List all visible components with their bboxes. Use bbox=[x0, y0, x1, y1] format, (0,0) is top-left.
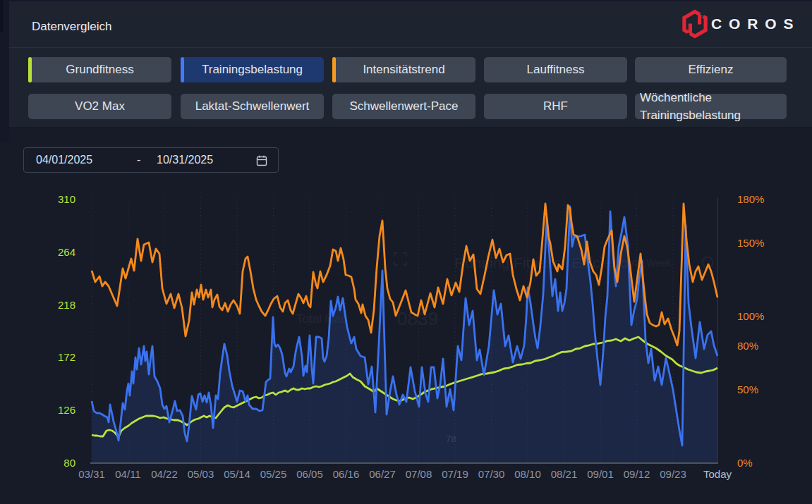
svg-text:126: 126 bbox=[58, 404, 75, 416]
svg-text:07/30: 07/30 bbox=[478, 468, 505, 480]
svg-text:05/03: 05/03 bbox=[188, 468, 214, 480]
svg-text:04/11: 04/11 bbox=[115, 468, 140, 480]
svg-text:0%: 0% bbox=[737, 457, 753, 469]
svg-text:150%: 150% bbox=[737, 237, 764, 249]
svg-text:07/08: 07/08 bbox=[406, 468, 432, 480]
svg-text:05/25: 05/25 bbox=[260, 468, 287, 480]
svg-text:07/19: 07/19 bbox=[442, 468, 468, 480]
svg-text:100%: 100% bbox=[737, 310, 764, 322]
svg-text:08/10: 08/10 bbox=[514, 468, 541, 480]
svg-text:50%: 50% bbox=[737, 383, 758, 395]
svg-text:09/23: 09/23 bbox=[660, 468, 686, 480]
svg-text:172: 172 bbox=[58, 351, 75, 363]
svg-text:03/31: 03/31 bbox=[78, 468, 105, 480]
svg-text:218: 218 bbox=[58, 299, 75, 311]
svg-text:06/16: 06/16 bbox=[333, 468, 360, 480]
svg-text:Today: Today bbox=[703, 468, 732, 480]
svg-text:80%: 80% bbox=[737, 340, 758, 352]
svg-text:264: 264 bbox=[58, 246, 75, 258]
svg-text:180%: 180% bbox=[737, 193, 764, 205]
svg-text:80: 80 bbox=[63, 457, 75, 469]
svg-text:09/01: 09/01 bbox=[587, 468, 614, 480]
svg-text:06/27: 06/27 bbox=[369, 468, 396, 480]
svg-text:310: 310 bbox=[58, 193, 75, 205]
svg-text:06/05: 06/05 bbox=[296, 468, 323, 480]
svg-text:09/12: 09/12 bbox=[624, 468, 650, 480]
svg-text:04/22: 04/22 bbox=[151, 468, 178, 480]
svg-text:05/14: 05/14 bbox=[224, 468, 250, 480]
svg-text:78: 78 bbox=[446, 434, 456, 444]
svg-text:0839: 0839 bbox=[397, 308, 438, 329]
svg-text:08/21: 08/21 bbox=[551, 468, 578, 480]
